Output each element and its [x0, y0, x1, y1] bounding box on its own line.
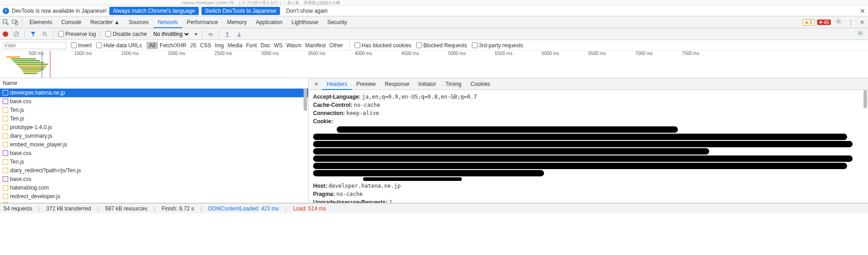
js-file-icon [3, 142, 8, 147]
type-filter-img[interactable]: Img [213, 42, 226, 49]
request-row[interactable]: prototype-1.4.0.js [0, 123, 308, 132]
svg-point-3 [838, 20, 839, 22]
type-filter-manifest[interactable]: Manifest [303, 42, 327, 49]
record-button[interactable] [3, 31, 8, 37]
tab-console[interactable]: Console [57, 17, 86, 27]
detail-tab-headers[interactable]: Headers [322, 79, 352, 90]
device-toggle-icon[interactable] [11, 18, 19, 26]
request-row[interactable]: diary_redirect?path=/js/Ten.js [0, 166, 308, 175]
type-filter-ws[interactable]: WS [272, 42, 284, 49]
js-file-icon [3, 107, 8, 113]
errors-badge[interactable]: 49 [817, 20, 831, 25]
tab-recorder[interactable]: Recorder ▲ [86, 17, 124, 27]
svg-point-6 [43, 32, 46, 35]
type-filter-other[interactable]: Other [328, 42, 345, 49]
type-filter-media[interactable]: Media [226, 42, 244, 49]
scrollbar-thumb[interactable] [304, 88, 307, 111]
css-file-icon [3, 150, 8, 156]
request-row[interactable]: base.css [0, 97, 308, 106]
blocked-requests-checkbox[interactable]: Blocked Requests [416, 42, 467, 49]
type-filter-css[interactable]: CSS [198, 42, 213, 49]
svg-line-7 [46, 35, 47, 36]
header-line: Pragma: no-cache [313, 190, 863, 198]
dismiss-button[interactable]: Don't show again [283, 7, 332, 15]
hide-data-urls-checkbox[interactable]: Hide data URLs [96, 42, 142, 49]
tab-lighthouse[interactable]: Lighthouse [287, 17, 323, 27]
switch-language-button[interactable]: Switch DevTools to Japanese [201, 7, 280, 15]
css-file-icon [3, 99, 8, 104]
tab-sources[interactable]: Sources [124, 17, 153, 27]
close-detail-icon[interactable]: ✕ [310, 81, 322, 87]
tab-application[interactable]: Application [251, 17, 287, 27]
request-name: analytics.js [10, 202, 37, 203]
request-row[interactable]: hatenablog.com [0, 184, 308, 192]
type-filter-font[interactable]: Font [244, 42, 259, 49]
gear-icon[interactable] [834, 18, 843, 26]
request-name: Ten.js [10, 159, 24, 165]
scrollbar-thumb[interactable] [863, 90, 867, 108]
detail-tab-response[interactable]: Response [380, 79, 414, 89]
header-line: Upgrade-Insecure-Requests: 1 [313, 198, 863, 203]
doc-file-icon [3, 90, 8, 95]
type-filter-fetchxhr[interactable]: Fetch/XHR [158, 42, 188, 49]
detail-tab-cookies[interactable]: Cookies [466, 79, 495, 89]
close-icon[interactable]: ✕ [860, 7, 865, 15]
type-filter-doc[interactable]: Doc [259, 42, 272, 49]
type-filter-wasm[interactable]: Wasm [284, 42, 304, 49]
request-row[interactable]: redirect_developer.js [0, 192, 308, 201]
network-conditions-icon[interactable] [207, 30, 214, 38]
filter-input[interactable] [3, 42, 66, 49]
svg-line-5 [15, 32, 18, 36]
request-name: base.css [10, 98, 31, 105]
disable-cache-checkbox[interactable]: Disable cache [105, 31, 147, 37]
invert-checkbox[interactable]: Invert [71, 42, 92, 49]
match-language-button[interactable]: Always match Chrome's language [109, 7, 199, 15]
upload-har-icon[interactable] [224, 30, 231, 38]
close-devtools-icon[interactable]: ✕ [858, 19, 866, 25]
request-name: base.css [10, 150, 31, 156]
header-line: Accept-Language: ja,en;q=0.9,en-US;q=0.8… [313, 93, 863, 101]
preserve-log-checkbox[interactable]: Preserve log [58, 31, 96, 37]
tab-performance[interactable]: Performance [182, 17, 223, 27]
request-list-pane: Name developer.hatena.ne.jpbase.cssTen.j… [0, 78, 309, 203]
request-row[interactable]: Ten.js [0, 158, 308, 166]
load-marker [50, 51, 50, 78]
filter-row: Invert Hide data URLs AllFetch/XHRJSCSSI… [0, 40, 868, 51]
timeline-overview[interactable]: 500 ms1000 ms1500 ms2000 ms2500 ms3000 m… [0, 51, 868, 78]
status-load: Load: 514 ms [293, 205, 326, 212]
timeline-tick: 5500 ms [495, 51, 512, 56]
request-row[interactable]: Ten.js [0, 106, 308, 115]
tab-network[interactable]: Network [153, 17, 182, 28]
third-party-checkbox[interactable]: 3rd-party requests [472, 42, 523, 49]
request-row[interactable]: base.css [0, 149, 308, 158]
status-finish: Finish: 6.72 s [162, 205, 194, 212]
network-settings-icon[interactable] [855, 30, 865, 38]
warnings-badge[interactable]: 3 [803, 19, 814, 25]
search-icon[interactable] [41, 30, 49, 38]
name-column-header[interactable]: Name [0, 78, 308, 89]
tab-elements[interactable]: Elements [25, 17, 57, 27]
request-row[interactable]: diary_summary.js [0, 132, 308, 140]
filter-icon[interactable] [29, 30, 37, 38]
request-row[interactable]: developer.hatena.ne.jp [0, 89, 308, 97]
detail-tab-preview[interactable]: Preview [352, 79, 380, 89]
tab-memory[interactable]: Memory [222, 17, 251, 27]
request-row[interactable]: Ten.js [0, 115, 308, 123]
type-filter-js[interactable]: JS [188, 42, 198, 49]
blocked-cookies-checkbox[interactable]: Has blocked cookies [354, 42, 412, 49]
kebab-icon[interactable]: ⋮ [846, 19, 855, 25]
clear-icon[interactable] [13, 30, 20, 38]
detail-tab-timing[interactable]: Timing [441, 79, 466, 89]
throttling-select[interactable]: No throttling [152, 30, 190, 38]
request-row[interactable]: analytics.js [0, 201, 308, 203]
request-row[interactable]: base.css [0, 175, 308, 184]
inspect-icon[interactable] [2, 18, 10, 26]
request-row[interactable]: embed_movie_player.js [0, 140, 308, 149]
status-resources: 597 kB resources [105, 205, 147, 212]
detail-tab-initiator[interactable]: Initiator [414, 79, 441, 89]
network-toolbar: Preserve log Disable cache No throttling… [0, 28, 868, 40]
type-filter-all[interactable]: All [147, 42, 158, 49]
download-har-icon[interactable] [235, 30, 243, 38]
timeline-tick: 1000 ms [74, 51, 92, 56]
tab-security[interactable]: Security [323, 17, 351, 27]
